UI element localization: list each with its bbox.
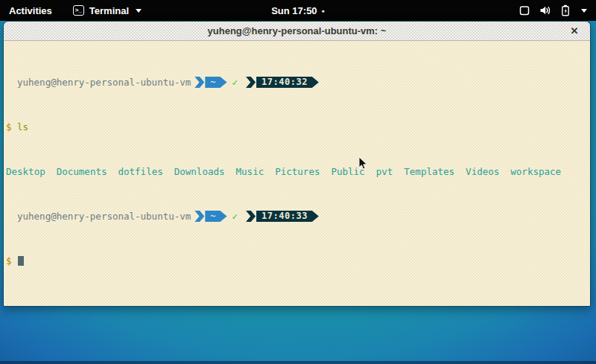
notification-dot-icon: ● [322,8,325,13]
prompt-user: yuheng@henry-personal-ubuntu-vm [17,211,191,222]
top-bar-left: Activities >_ Terminal [0,0,149,21]
prompt-symbol: $ [6,255,17,266]
input-line[interactable]: $ [6,255,589,266]
chevron-down-icon [581,9,587,13]
close-button[interactable]: ✕ [568,25,581,38]
window-title: yuheng@henry-personal-ubuntu-vm: ~ [208,25,387,36]
chevron-down-icon [136,9,142,13]
top-bar: Activities >_ Terminal Sun 17:50 ● [0,0,596,21]
mouse-cursor [358,156,368,170]
volume-icon [539,4,551,16]
terminal-app-icon: >_ [73,5,84,16]
powerline-arrow-icon [246,77,256,88]
prompt-path-segment: ~ [205,77,226,88]
status-check-icon: ✓ [232,211,238,222]
battery-charging-icon [561,4,570,16]
prompt-line: yuheng@henry-personal-ubuntu-vm ~ ✓ 17:4… [6,77,589,88]
window-titlebar[interactable]: yuheng@henry-personal-ubuntu-vm: ~ ✕ [4,22,590,41]
prompt-path-segment: ~ [205,211,226,222]
powerline-arrow-icon [194,211,204,222]
powerline-arrow-icon [194,77,204,88]
terminal-content[interactable]: yuheng@henry-personal-ubuntu-vm ~ ✓ 17:4… [4,41,590,306]
powerline-arrow-icon [246,211,256,222]
clock-label: Sun 17:50 [271,5,317,16]
prompt-line: yuheng@henry-personal-ubuntu-vm ~ ✓ 17:4… [6,211,589,222]
prompt-time-segment: 17:40:33 [256,211,319,222]
command-line: $ ls [6,121,589,132]
text-cursor [18,256,24,266]
app-menu-terminal[interactable]: >_ Terminal [66,0,149,21]
ls-output: Desktop Documents dotfiles Downloads Mus… [6,166,589,177]
typed-command: ls [17,121,28,132]
status-check-icon: ✓ [232,77,238,88]
display-icon [519,5,530,16]
activities-button[interactable]: Activities [0,0,61,21]
prompt-symbol: $ [6,121,17,132]
system-tray-menu[interactable] [510,0,596,21]
prompt-time-segment: 17:40:32 [256,77,319,88]
prompt-user: yuheng@henry-personal-ubuntu-vm [17,77,191,88]
clock-button[interactable]: Sun 17:50 ● [271,0,325,21]
terminal-window: yuheng@henry-personal-ubuntu-vm: ~ ✕ yuh… [3,21,591,307]
app-menu-label: Terminal [89,5,129,16]
